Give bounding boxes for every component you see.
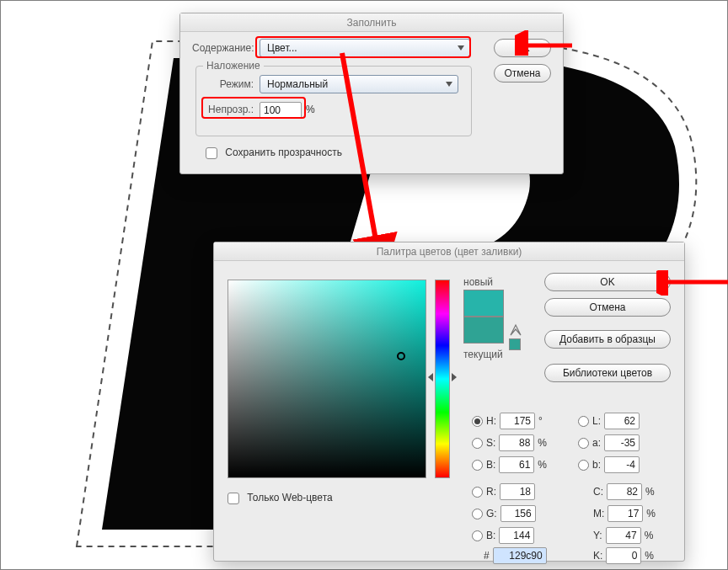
checkbox-icon [228,493,239,504]
a-radio[interactable] [578,438,589,449]
r-radio[interactable] [472,487,483,498]
b-row: B: 61 % [472,456,547,473]
b2-row: b: -4 [578,456,640,473]
hex-input[interactable]: 129c90 [493,547,547,564]
add-to-swatches-button[interactable]: Добавить в образцы [544,330,671,349]
new-label: новый [463,276,493,288]
k-input[interactable]: 0 [606,547,641,564]
a-row: a: -35 [578,434,640,451]
color-libraries-button[interactable]: Библиотеки цветов [544,364,671,382]
c-row: C: 82 % [593,483,655,500]
l-radio[interactable] [578,416,589,427]
gamut-warning-icon[interactable] [509,323,522,337]
highlight-opacity [201,97,306,119]
s-row: S: 88 % [472,434,547,451]
b-radio[interactable] [472,460,483,471]
g-row: G: 156 [472,505,536,522]
hue-slider[interactable] [435,280,450,478]
bc-input[interactable]: 144 [499,527,534,544]
preserve-transparency[interactable]: Сохранить прозрачность [206,146,342,159]
web-only-label: Только Web-цвета [247,492,332,503]
b2-radio[interactable] [578,460,589,471]
opacity-unit: % [306,104,315,115]
cancel-button[interactable]: Отмена [494,64,551,83]
new-color-swatch [463,290,504,317]
k-row: K: 0 % [593,547,654,564]
b-input[interactable]: 61 [499,456,534,473]
m-input[interactable]: 17 [608,505,643,522]
g-radio[interactable] [472,509,483,519]
chevron-down-icon [446,82,452,87]
hue-cursor-left-icon [428,373,433,381]
s-radio[interactable] [472,438,483,449]
g-input[interactable]: 156 [500,505,536,522]
mode-value: Нормальный [267,78,328,90]
mode-select[interactable]: Нормальный [260,75,458,93]
contents-label: Содержание: [192,42,253,54]
y-input[interactable]: 47 [606,527,641,544]
hue-cursor-right-icon [452,373,457,381]
blending-legend: Наложение [203,60,264,72]
current-color-swatch [463,317,504,344]
websafe-swatch-icon[interactable] [509,338,521,350]
s-input[interactable]: 88 [499,434,534,451]
y-row: Y: 47 % [593,527,653,544]
main-frame: Заполнить Содержание: Цвет... Наложение … [0,0,728,570]
h-input[interactable]: 175 [500,413,535,429]
preserve-label: Сохранить прозрачность [225,146,342,158]
highlight-contents [255,36,471,58]
m-row: M: 17 % [593,505,656,522]
current-label: текущий [463,349,503,360]
bc-radio[interactable] [472,530,483,541]
h-row: H: 175 ° [472,413,543,429]
h-radio[interactable] [472,416,483,427]
bc-row: B: 144 [472,527,534,544]
r-row: R: 18 [472,483,535,500]
fill-dialog-title: Заполнить [180,13,563,32]
picker-title: Палитра цветов (цвет заливки) [214,242,684,261]
ok-button[interactable]: OK [494,39,551,57]
svg-marker-0 [511,325,521,335]
picker-cancel-button[interactable]: Отмена [544,298,671,317]
mode-label: Режим: [205,78,254,90]
a-input[interactable]: -35 [604,434,640,451]
hex-row: # 129c90 [484,547,547,564]
saturation-brightness-area[interactable] [228,280,426,478]
l-input[interactable]: 62 [604,413,640,429]
b2-input[interactable]: -4 [604,456,640,473]
color-picker-dialog: Палитра цветов (цвет заливки) новый теку… [213,242,685,562]
l-row: L: 62 [578,413,640,429]
c-input[interactable]: 82 [607,483,642,500]
web-only-option[interactable]: Только Web-цвета [228,492,333,504]
checkbox-icon [206,147,217,159]
picker-ok-button[interactable]: OK [544,273,671,291]
r-input[interactable]: 18 [500,483,535,500]
sb-cursor-icon [397,352,405,360]
